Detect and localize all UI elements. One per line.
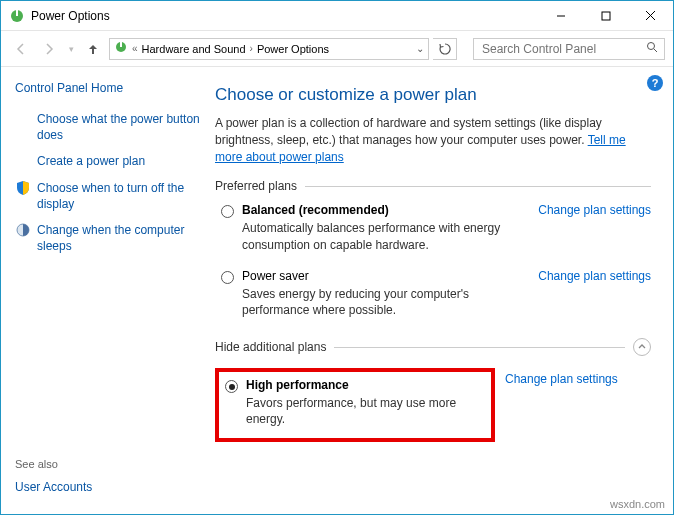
see-also-label: See also [15, 458, 201, 470]
plan-desc: Automatically balances performance with … [242, 220, 528, 252]
main-content: Choose or customize a power plan A power… [211, 67, 673, 514]
plan-name[interactable]: Balanced (recommended) [242, 203, 528, 217]
up-button[interactable] [81, 37, 105, 61]
radio-balanced[interactable] [221, 205, 234, 218]
address-bar[interactable]: « Hardware and Sound › Power Options ⌄ [109, 38, 429, 60]
search-input[interactable] [480, 41, 642, 57]
plan-power-saver: Power saver Saves energy by reducing you… [215, 267, 651, 332]
sidebar-item-label: Choose what the power button does [37, 111, 201, 143]
svg-rect-3 [602, 12, 610, 20]
sidebar-item-label: Create a power plan [37, 153, 145, 169]
sidebar: Control Panel Home Choose what the power… [1, 67, 211, 514]
maximize-button[interactable] [583, 1, 628, 30]
titlebar: Power Options [1, 1, 673, 31]
address-dropdown-icon[interactable]: ⌄ [416, 43, 424, 54]
search-icon[interactable] [646, 41, 658, 56]
svg-line-9 [654, 49, 657, 52]
sidebar-item-label: Change when the computer sleeps [37, 222, 201, 254]
svg-rect-1 [16, 10, 18, 16]
hide-additional-text: Hide additional plans [215, 340, 326, 354]
sidebar-item-create-plan[interactable]: Create a power plan [15, 153, 201, 169]
plan-high-performance-highlight: High performance Favors performance, but… [215, 368, 495, 441]
divider [334, 347, 625, 348]
blank-icon [15, 111, 31, 127]
sidebar-item-sleep[interactable]: Change when the computer sleeps [15, 222, 201, 254]
address-icon [114, 40, 128, 57]
navbar: ▾ « Hardware and Sound › Power Options ⌄ [1, 31, 673, 67]
shield-icon [15, 180, 31, 196]
refresh-button[interactable] [433, 38, 457, 60]
preferred-plans-label: Preferred plans [215, 179, 651, 193]
sidebar-item-power-button[interactable]: Choose what the power button does [15, 111, 201, 143]
breadcrumb-hardware[interactable]: Hardware and Sound [142, 43, 246, 55]
sidebar-item-label: Choose when to turn off the display [37, 180, 201, 212]
close-button[interactable] [628, 1, 673, 30]
shield-icon [15, 222, 31, 238]
change-plan-settings-link[interactable]: Change plan settings [538, 269, 651, 283]
app-icon [9, 8, 25, 24]
breadcrumb-sep: « [132, 43, 138, 54]
blank-icon [15, 153, 31, 169]
back-button[interactable] [9, 37, 33, 61]
window-title: Power Options [31, 9, 110, 23]
hide-additional-plans-toggle[interactable]: Hide additional plans [215, 338, 651, 356]
radio-power-saver[interactable] [221, 271, 234, 284]
chevron-up-icon[interactable] [633, 338, 651, 356]
watermark: wsxdn.com [610, 498, 665, 510]
page-description: A power plan is a collection of hardware… [215, 115, 651, 165]
forward-button[interactable] [37, 37, 61, 61]
page-heading: Choose or customize a power plan [215, 85, 651, 105]
plan-name[interactable]: Power saver [242, 269, 528, 283]
recent-dropdown[interactable]: ▾ [65, 37, 77, 61]
minimize-button[interactable] [538, 1, 583, 30]
preferred-plans-text: Preferred plans [215, 179, 297, 193]
chevron-right-icon: › [250, 43, 253, 54]
divider [305, 186, 651, 187]
search-box[interactable] [473, 38, 665, 60]
plan-balanced: Balanced (recommended) Automatically bal… [215, 201, 651, 266]
control-panel-home-link[interactable]: Control Panel Home [15, 81, 201, 95]
plan-desc: Favors performance, but may use more ene… [246, 395, 483, 427]
change-plan-settings-link[interactable]: Change plan settings [505, 372, 618, 386]
breadcrumb-power[interactable]: Power Options [257, 43, 329, 55]
change-plan-settings-link[interactable]: Change plan settings [538, 203, 651, 217]
desc-text: A power plan is a collection of hardware… [215, 116, 602, 147]
sidebar-item-turn-off-display[interactable]: Choose when to turn off the display [15, 180, 201, 212]
radio-high-performance[interactable] [225, 380, 238, 393]
plan-desc: Saves energy by reducing your computer's… [242, 286, 528, 318]
plan-name[interactable]: High performance [246, 378, 483, 392]
svg-point-8 [648, 43, 655, 50]
svg-rect-7 [120, 42, 122, 47]
user-accounts-link[interactable]: User Accounts [15, 480, 201, 494]
